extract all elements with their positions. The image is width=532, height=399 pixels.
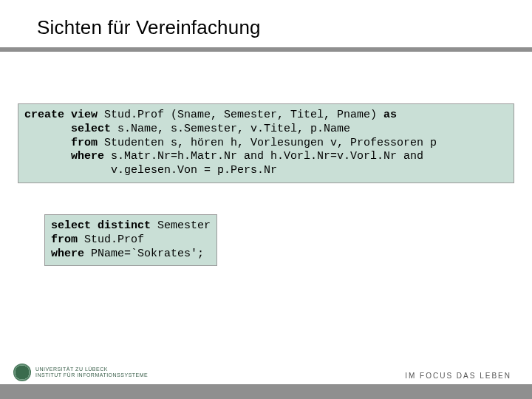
kw-from: from (24, 137, 98, 149)
uni-line2: INSTITUT FÜR INFORMATIONSSYSTEME (35, 372, 148, 378)
page-title: Sichten für Vereinfachung (37, 16, 261, 39)
footer-logo: UNIVERSITÄT ZU LÜBECK INSTITUT FÜR INFOR… (13, 364, 148, 381)
kw-where: where (24, 150, 104, 163)
code-block-create-view: create view Stud.Prof (Sname, Semester, … (18, 103, 514, 183)
kw-from: from (51, 233, 78, 246)
slide: Sichten für Vereinfachung create view St… (0, 0, 532, 399)
code-text: Semester (151, 219, 211, 232)
kw-select: select (24, 123, 111, 135)
code-text: Studenten s, hören h, Vorlesungen v, Pro… (98, 137, 437, 149)
code-text: s.Name, s.Semester, v.Titel, p.Name (111, 123, 350, 135)
university-seal-icon (13, 364, 31, 381)
kw-select-distinct: select distinct (51, 219, 151, 232)
code-text: v.gelesen.Von = p.Pers.Nr (24, 164, 277, 177)
code-block-select: select distinct Semester from Stud.Prof … (44, 214, 217, 266)
footer-bar (0, 384, 532, 399)
title-divider (0, 47, 532, 52)
kw-as: as (383, 109, 397, 121)
code-text: s.Matr.Nr=h.Matr.Nr and h.Vorl.Nr=v.Vorl… (104, 150, 423, 163)
kw-where: where (51, 248, 84, 260)
uni-line1: UNIVERSITÄT ZU LÜBECK (35, 366, 148, 372)
university-name: UNIVERSITÄT ZU LÜBECK INSTITUT FÜR INFOR… (35, 366, 148, 378)
code-text: Stud.Prof (78, 233, 144, 246)
footer-motto: IM FOCUS DAS LEBEN (405, 372, 511, 380)
code-text: Stud.Prof (Sname, Semester, Titel, Pname… (98, 109, 383, 121)
kw-create-view: create view (24, 109, 98, 121)
code-text: PName=`Sokrates'; (84, 248, 204, 260)
